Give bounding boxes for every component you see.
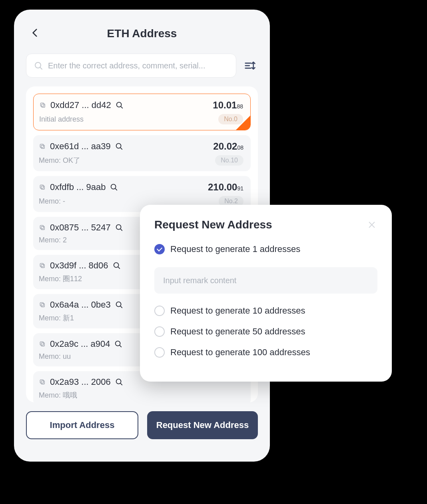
option-label: Request to generate 1 addresses <box>170 244 300 254</box>
search-row <box>26 54 258 78</box>
svg-rect-9 <box>41 145 44 148</box>
address-item[interactable]: 0xe61d ... aa3920.0208Memo: OK了No.10 <box>33 135 251 171</box>
generate-option[interactable]: Request to generate 100 addresses <box>154 347 377 358</box>
svg-rect-21 <box>41 264 44 268</box>
search-icon <box>34 61 43 70</box>
amount-sub: 91 <box>237 185 243 192</box>
svg-line-12 <box>120 148 122 149</box>
svg-line-36 <box>120 383 122 385</box>
address-row-bottom: Memo: 哦哦 <box>39 390 243 400</box>
amount: 10.0188 <box>213 100 243 111</box>
svg-rect-14 <box>40 185 43 188</box>
svg-rect-18 <box>40 225 43 228</box>
generate-option[interactable]: Request to generate 1 addresses <box>154 244 377 254</box>
amount-main: 10.01 <box>213 100 237 110</box>
amount-main: 210.00 <box>208 182 237 192</box>
amount-main: 20.02 <box>213 141 237 152</box>
memo-text: Memo: OK了 <box>39 156 80 165</box>
address-left: 0x2a93 ... 2006 <box>39 377 124 387</box>
memo-text: Memo: - <box>39 197 65 206</box>
svg-rect-17 <box>41 226 44 230</box>
copy-address-button[interactable] <box>39 340 46 348</box>
view-address-button[interactable] <box>115 378 124 386</box>
memo-text: Memo: 2 <box>39 236 67 244</box>
magnify-icon <box>110 183 118 192</box>
sort-button[interactable] <box>242 58 258 74</box>
svg-rect-34 <box>40 380 43 383</box>
copy-address-button[interactable] <box>39 184 46 191</box>
footer-buttons: Import Address Request New Address <box>26 411 258 439</box>
copy-address-button[interactable] <box>39 224 46 231</box>
back-button[interactable] <box>30 28 42 40</box>
copy-icon <box>39 301 46 308</box>
modal-close-button[interactable] <box>366 219 377 230</box>
modal-title: Request New Address <box>154 218 272 231</box>
remark-input[interactable] <box>154 267 377 294</box>
option-label: Request to generate 50 addresses <box>170 326 305 337</box>
copy-icon <box>39 340 46 348</box>
svg-rect-6 <box>40 103 44 106</box>
amount-sub: 08 <box>237 144 243 151</box>
copy-address-button[interactable] <box>39 378 46 386</box>
address-text: 0x0875 ... 5247 <box>50 222 111 233</box>
radio-unchecked-icon[interactable] <box>154 326 165 337</box>
address-left: 0xfdfb ... 9aab <box>39 182 118 192</box>
address-row-top: 0xe61d ... aa3920.0208 <box>39 141 243 152</box>
address-left: 0x0875 ... 5247 <box>39 222 124 233</box>
request-new-address-modal: Request New Address Request to generate … <box>140 205 392 382</box>
svg-rect-25 <box>41 304 44 307</box>
address-left: 0x3d9f ... 8d06 <box>39 260 121 271</box>
memo-text: Memo: 圈112 <box>39 274 82 284</box>
address-text: 0x6a4a ... 0be3 <box>50 300 111 310</box>
sort-icon <box>244 60 256 72</box>
magnify-icon <box>115 142 124 151</box>
view-address-button[interactable] <box>115 101 124 110</box>
copy-icon <box>39 184 46 191</box>
amount: 20.0208 <box>213 141 243 152</box>
request-new-address-button[interactable]: Request New Address <box>147 411 258 439</box>
address-item[interactable]: 0xdd27 ... dd4210.0188Initial addressNo.… <box>33 94 251 130</box>
svg-line-24 <box>118 267 120 268</box>
view-address-button[interactable] <box>115 300 124 309</box>
option-label: Request to generate 10 addresses <box>170 306 305 316</box>
magnify-icon <box>114 340 123 348</box>
address-text: 0xdd27 ... dd42 <box>50 100 111 110</box>
generate-option[interactable]: Request to generate 50 addresses <box>154 326 377 337</box>
radio-unchecked-icon[interactable] <box>154 347 165 358</box>
copy-address-button[interactable] <box>39 102 46 109</box>
address-left: 0x2a9c ... a904 <box>39 339 123 349</box>
view-address-button[interactable] <box>115 142 124 151</box>
copy-icon <box>39 143 46 150</box>
address-row-top: 0xfdfb ... 9aab210.0091 <box>39 182 243 193</box>
search-box[interactable] <box>26 54 236 78</box>
copy-address-button[interactable] <box>39 143 46 150</box>
view-address-button[interactable] <box>115 223 124 232</box>
svg-line-28 <box>120 306 122 308</box>
import-address-button[interactable]: Import Address <box>26 411 138 439</box>
radio-checked-icon[interactable] <box>154 244 165 254</box>
address-left: 0x6a4a ... 0be3 <box>39 300 124 310</box>
svg-line-8 <box>121 106 122 108</box>
copy-address-button[interactable] <box>39 262 46 269</box>
search-input[interactable] <box>48 61 229 70</box>
memo-text: Memo: 哦哦 <box>39 390 77 400</box>
view-address-button[interactable] <box>114 340 123 348</box>
svg-rect-13 <box>41 186 44 189</box>
address-row-bottom: Memo: OK了No.10 <box>39 155 243 166</box>
amount-sub: 88 <box>237 103 243 110</box>
radio-unchecked-icon[interactable] <box>154 306 165 316</box>
copy-icon <box>39 378 46 386</box>
copy-icon <box>39 262 46 269</box>
svg-line-32 <box>120 345 122 347</box>
generate-option[interactable]: Request to generate 10 addresses <box>154 306 377 316</box>
chevron-left-icon <box>30 28 40 38</box>
copy-address-button[interactable] <box>39 301 46 308</box>
view-address-button[interactable] <box>110 183 118 192</box>
memo-text: Memo: uu <box>39 352 71 361</box>
view-address-button[interactable] <box>112 261 121 270</box>
header: ETH Address <box>26 22 258 46</box>
modal-options: Request to generate 1 addressesRequest t… <box>154 244 377 358</box>
address-row-top: 0xdd27 ... dd4210.0188 <box>39 100 243 111</box>
svg-line-16 <box>116 188 117 190</box>
memo-text: Memo: 新1 <box>39 313 74 323</box>
